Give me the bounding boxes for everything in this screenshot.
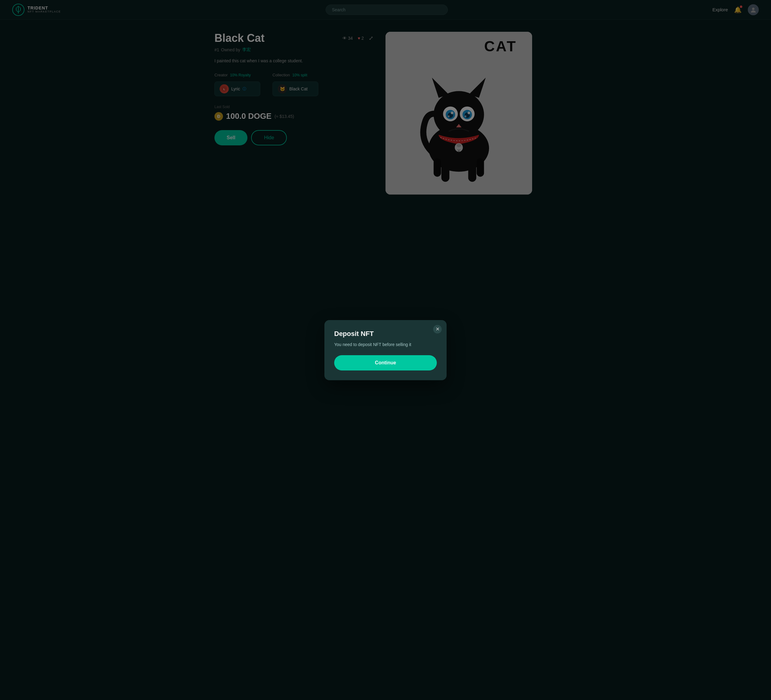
modal-body-text: You need to deposit NFT before selling i… bbox=[334, 341, 437, 348]
close-icon: ✕ bbox=[436, 326, 439, 332]
modal-overlay[interactable]: ✕ Deposit NFT You need to deposit NFT be… bbox=[0, 0, 771, 700]
modal-title: Deposit NFT bbox=[334, 330, 437, 338]
deposit-nft-modal: ✕ Deposit NFT You need to deposit NFT be… bbox=[324, 320, 447, 380]
continue-button[interactable]: Continue bbox=[334, 355, 437, 370]
modal-close-button[interactable]: ✕ bbox=[433, 325, 442, 333]
